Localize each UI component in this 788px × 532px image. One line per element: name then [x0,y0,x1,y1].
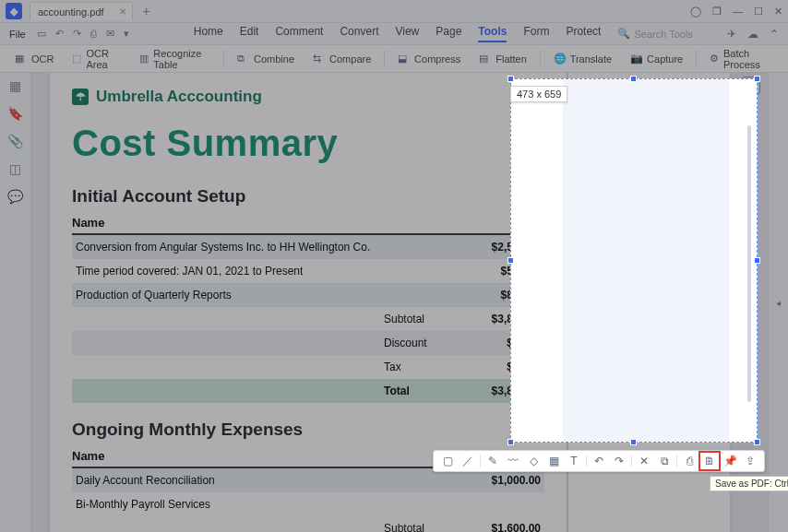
save-pdf-icon[interactable]: 🗎 [699,452,720,470]
section2-title: Ongoing Monthly Expenses [72,420,544,440]
window-copy-icon[interactable]: ❐ [712,6,722,18]
resize-handle-tr[interactable] [754,76,760,82]
text-tool-icon[interactable]: T [564,452,584,470]
company-header: ☂ Umbrella Acccounting [72,88,544,106]
more-icon[interactable]: ▾ [124,28,129,40]
summary-row: Tax$00.00 [72,355,544,379]
recognize-table-button[interactable]: ▥Recognize Table [130,49,220,69]
summary-row: Discount$00.00 [72,331,544,355]
bookmark-icon[interactable]: 🔖 [7,106,23,121]
summary-row-total: Total$3,800.00 [72,379,544,403]
expand-right-icon[interactable]: ◂ [776,298,781,308]
resize-handle-tm[interactable] [630,76,637,82]
compare-button[interactable]: ⇆Compare [304,49,380,69]
table-row: Conversion from Angular Systems Inc. to … [72,235,544,259]
quick-access-toolbar: ▭ ↶ ↷ ⎙ ✉ ▾ [37,28,129,40]
search-tools[interactable]: 🔍 Search Tools [617,28,692,40]
resize-handle-bm[interactable] [630,439,637,445]
search-placeholder: Search Tools [634,29,692,40]
layers-icon[interactable]: ◫ [9,161,21,176]
table-row: Bi-Monthly Payroll Services [72,492,544,516]
redo-icon[interactable]: ↷ [73,28,81,40]
document-tab[interactable]: accounting.pdf ✕ [30,2,133,20]
company-name: Umbrella Acccounting [96,88,262,106]
cloud-icon[interactable]: ☁ [747,28,758,41]
resize-handle-ml[interactable] [507,257,514,264]
search-icon: 🔍 [617,28,630,40]
line-tool-icon[interactable]: ／ [458,452,478,470]
batch-process-button[interactable]: ⚙Batch Process [700,49,782,69]
tab-tools[interactable]: Tools [478,25,507,42]
tab-form[interactable]: Form [523,25,549,42]
redo-tool-icon[interactable]: ↷ [609,452,629,470]
combine-button[interactable]: ⧉Combine [228,49,304,69]
document-tab-label: accounting.pdf [38,6,104,18]
capture-size-label: 473 x 659 [510,86,567,102]
summary-row: Subtotal$1,600.00 [72,516,544,532]
share-icon[interactable]: ✈ [727,28,736,41]
mail-icon[interactable]: ✉ [106,28,114,40]
save-icon[interactable]: ▭ [37,28,46,40]
capture-button[interactable]: 📷Capture [621,49,692,69]
col-name: Name [72,449,461,463]
pin-icon[interactable]: 📌 [720,452,740,470]
tab-view[interactable]: View [395,25,419,42]
left-sidebar: ▦ 🔖 📎 ◫ 💬 [0,73,31,532]
tab-comment[interactable]: Comment [275,25,323,42]
tab-convert[interactable]: Convert [340,25,378,42]
help-collapse-icon[interactable]: ⌃ [770,28,779,41]
title-bar: ◆ accounting.pdf ✕ + ◯ ❐ — ☐ ✕ [0,0,788,23]
tab-home[interactable]: Home [194,25,223,42]
ocr-button[interactable]: ▦OCR [6,49,63,69]
umbrella-logo-icon: ☂ [72,89,89,105]
share-capture-icon[interactable]: ⇪ [740,452,760,470]
cancel-capture-icon[interactable]: ✕ [634,452,654,470]
ocr-area-button[interactable]: ⬚OCR Area [63,49,130,69]
document-headline: Cost Summary [72,123,544,164]
scrollbar-preview [747,125,751,402]
app-logo-icon: ◆ [6,3,22,19]
maximize-icon[interactable]: ☐ [754,6,763,18]
capture-toolbar: ▢ ／ ✎ 〰 ◇ ▦ T ↶ ↷ ✕ ⧉ ⎙ 🗎 📌 ⇪ [433,450,765,472]
resize-handle-mr[interactable] [754,257,760,264]
tools-toolbar: ▦OCR ⬚OCR Area ▥Recognize Table ⧉Combine… [0,45,788,73]
capture-selection[interactable] [510,78,758,443]
print-icon[interactable]: ⎙ [90,28,97,40]
file-menu[interactable]: File [9,29,26,40]
capture-content [563,79,729,442]
undo-icon[interactable]: ↶ [55,28,64,40]
menu-bar: File ▭ ↶ ↷ ⎙ ✉ ▾ Home Edit Comment Conve… [0,23,788,45]
translate-button[interactable]: 🌐Translate [544,49,621,69]
attachment-icon[interactable]: 📎 [7,134,23,148]
resize-handle-bl[interactable] [507,439,514,445]
save-pdf-tooltip: Save as PDF: Ctrl+W [710,476,788,491]
minimize-icon[interactable]: — [733,6,743,18]
tab-protect[interactable]: Protect [566,25,601,42]
flatten-button[interactable]: ▤Flatten [470,49,536,69]
copy-capture-icon[interactable]: ⧉ [654,452,675,470]
mosaic-tool-icon[interactable]: ▦ [543,452,564,470]
comment-panel-icon[interactable]: 💬 [7,189,23,204]
highlighter-tool-icon[interactable]: 〰 [503,452,523,470]
resize-handle-br[interactable] [754,439,760,445]
rect-tool-icon[interactable]: ▢ [437,452,458,470]
pen-tool-icon[interactable]: ✎ [483,452,503,470]
user-icon[interactable]: ◯ [690,6,701,18]
tab-edit[interactable]: Edit [240,25,259,42]
new-tab-button[interactable]: + [138,3,155,19]
save-image-icon[interactable]: ⎙ [679,452,699,470]
close-tab-icon[interactable]: ✕ [119,6,126,17]
section1-title: Initial Account Setup [72,186,544,207]
undo-tool-icon[interactable]: ↶ [589,452,609,470]
right-sidebar[interactable]: ◂ [768,73,788,532]
thumbnails-icon[interactable]: ▦ [9,78,21,93]
section1-header: Name Price [72,216,544,235]
eraser-tool-icon[interactable]: ◇ [523,452,543,470]
table-row: Time period covered: JAN 01, 2021 to Pre… [72,259,544,283]
table-row: Production of Quarterly Reports$800.00 [72,283,544,307]
ribbon-tabs: Home Edit Comment Convert View Page Tool… [194,25,602,42]
compress-button[interactable]: ⬓Compress [388,49,470,69]
close-window-icon[interactable]: ✕ [774,6,782,18]
tab-page[interactable]: Page [436,25,461,42]
resize-handle-tl[interactable] [507,76,514,82]
